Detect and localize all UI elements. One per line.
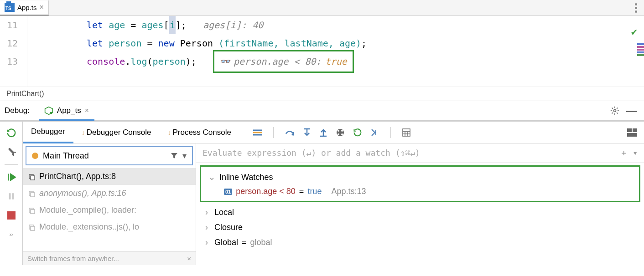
code-line[interactable]: let person = new Person (firstName, last… [87, 34, 644, 52]
watch-location-link[interactable]: App.ts:13 [331, 187, 366, 196]
line-number: 13 [0, 52, 18, 71]
close-tip-icon[interactable]: × [187, 255, 191, 262]
editor-tab-bar: TS App.ts × [0, 0, 644, 16]
expand-chevron-icon[interactable]: › [203, 223, 211, 232]
evaluate-expression-icon[interactable] [370, 128, 379, 137]
resume-icon[interactable] [5, 170, 18, 184]
debug-content-panels: Main Thread ▾ PrintChart(), App.ts:8 [23, 143, 644, 265]
svg-rect-36 [31, 210, 35, 214]
add-watch-icon[interactable]: + [621, 148, 626, 158]
expand-chevron-icon[interactable]: ⌄ [208, 172, 216, 182]
run-to-cursor-icon[interactable] [353, 128, 362, 137]
error-stripe[interactable] [637, 43, 644, 71]
debug-tool-window-header: Debug: App_ts × — [0, 101, 644, 122]
stack-frame[interactable]: PrintChart(), App.ts:8 [23, 168, 196, 185]
evaluate-expression-input[interactable]: Evaluate expression (↵) or add a watch (… [196, 143, 644, 163]
svg-rect-22 [403, 129, 410, 136]
svg-point-20 [341, 133, 343, 135]
show-execution-point-icon[interactable] [253, 129, 262, 136]
stop-icon[interactable] [5, 209, 18, 222]
stack-frame[interactable]: Module._extensions..js(), lo [23, 219, 196, 235]
step-over-icon[interactable] [285, 128, 295, 137]
hide-panel-icon[interactable]: — [626, 104, 637, 117]
more-options-icon[interactable] [635, 3, 637, 13]
keyword: let [87, 34, 103, 52]
svg-rect-5 [9, 193, 10, 199]
watch-options-icon[interactable]: ▾ [633, 148, 638, 158]
stack-frame[interactable]: anonymous(), App.ts:16 [23, 185, 196, 202]
layout-settings-icon[interactable] [627, 128, 637, 137]
watch-expression[interactable]: 01 person.age < 80 = true App.ts:13 [201, 185, 639, 198]
inline-watches-group: ⌄ Inline Watches 01 person.age < 80 = tr… [200, 165, 640, 202]
nodejs-icon [44, 106, 53, 115]
frame-label: Module._extensions..js(), lo [39, 222, 139, 232]
stack-frame[interactable]: Module._compile(), loader: [23, 202, 196, 219]
inline-watch-value: true [325, 52, 347, 71]
svg-rect-27 [627, 128, 632, 132]
tab-debugger-console[interactable]: ↓Debugger Console [73, 122, 160, 143]
debug-label: Debug: [5, 106, 30, 115]
watch-expr-text: person.age < 80 [236, 187, 296, 196]
variable: age [109, 16, 125, 34]
variables-panel: Evaluate expression (↵) or add a watch (… [196, 143, 644, 265]
expand-chevron-icon[interactable]: › [203, 238, 211, 247]
typescript-file-icon: TS [5, 3, 15, 12]
more-actions-icon[interactable]: ›› [5, 228, 18, 241]
line-number: 12 [0, 34, 18, 52]
inline-watch-badge[interactable]: 👓 person.age < 80: true [213, 50, 354, 73]
expand-chevron-icon[interactable]: › [203, 208, 211, 217]
code-line[interactable]: console.log(person); 👓 person.age < 80: … [87, 52, 644, 71]
tab-debugger[interactable]: Debugger [23, 122, 73, 143]
breadcrumb[interactable]: PrintChart() [0, 87, 644, 101]
inspection-ok-icon[interactable]: ✔ [631, 23, 637, 41]
close-tab-icon[interactable]: × [40, 3, 44, 11]
svg-rect-6 [12, 193, 14, 199]
frames-panel: Main Thread ▾ PrintChart(), App.ts:8 [23, 143, 196, 265]
frame-icon [28, 207, 36, 214]
close-session-icon[interactable]: × [85, 107, 89, 115]
svg-marker-30 [171, 153, 177, 158]
svg-point-17 [338, 130, 339, 132]
variable: person [109, 34, 141, 52]
placeholder-text: Evaluate expression (↵) or add a watch (… [203, 148, 420, 158]
keyword: new [158, 34, 175, 52]
tree-node[interactable]: › Closure [196, 220, 644, 235]
file-tab[interactable]: TS App.ts × [0, 0, 49, 16]
watch-value: true [307, 187, 322, 196]
step-into-icon[interactable] [303, 128, 311, 137]
code-content[interactable]: let age = ages[i]; ages[i]: 40 let perso… [27, 16, 644, 87]
calculator-icon[interactable] [402, 128, 411, 137]
code-line[interactable]: let age = ages[i]; ages[i]: 40 [87, 16, 644, 34]
svg-rect-38 [31, 226, 35, 230]
tip-bar: Switch frames from anywher... × [23, 251, 196, 265]
filter-icon[interactable] [171, 152, 178, 159]
method: log [130, 52, 147, 71]
scope-label: Global [214, 238, 238, 247]
tab-process-console[interactable]: ↓Process Console [159, 122, 239, 143]
variable-highlighted: i [169, 16, 176, 34]
thread-selector[interactable]: Main Thread ▾ [26, 146, 193, 165]
step-out-icon[interactable] [319, 128, 327, 137]
download-icon: ↓ [167, 129, 171, 136]
tree-node[interactable]: ⌄ Inline Watches [201, 169, 639, 185]
svg-rect-32 [31, 176, 35, 180]
code-editor[interactable]: 11 12 13 let age = ages[i]; ages[i]: 40 … [0, 16, 644, 87]
tree-node[interactable]: › Local [196, 205, 644, 220]
svg-point-18 [341, 130, 343, 132]
frame-icon [28, 190, 36, 197]
rerun-icon[interactable] [5, 126, 18, 140]
thread-name: Main Thread [43, 151, 89, 161]
scope-label: Local [214, 208, 234, 217]
group-label: Inline Watches [219, 173, 273, 182]
gear-icon[interactable] [610, 106, 619, 115]
scope-value: global [250, 238, 272, 247]
debug-session-tab[interactable]: App_ts × [39, 102, 94, 121]
wrench-icon[interactable] [5, 145, 18, 159]
tree-node[interactable]: › Global = global [196, 235, 644, 250]
svg-point-19 [338, 133, 339, 135]
pause-icon[interactable] [5, 189, 18, 203]
view-breakpoints-icon[interactable] [336, 128, 345, 137]
frames-list: PrintChart(), App.ts:8 anonymous(), App.… [23, 168, 196, 251]
line-number-gutter: 11 12 13 [0, 16, 27, 87]
dropdown-arrow-icon[interactable]: ▾ [182, 151, 187, 161]
